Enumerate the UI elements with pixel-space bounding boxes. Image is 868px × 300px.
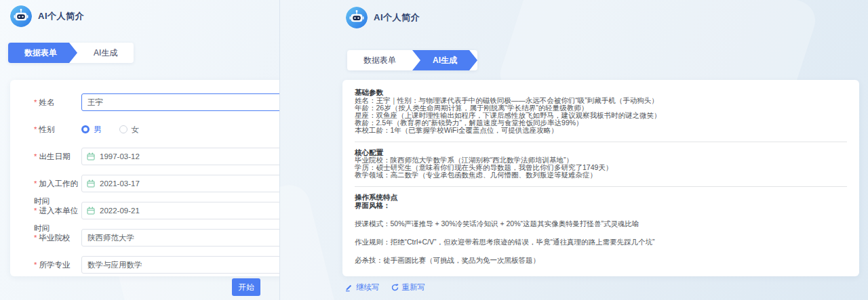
birthdate-input[interactable] — [81, 148, 280, 165]
section-divider — [355, 142, 847, 142]
step-indicator: 数据表单 AI生成 — [347, 50, 477, 70]
form-row-join-unit-date: *进入本单位时间 — [34, 202, 280, 219]
robot-avatar-icon — [346, 7, 368, 28]
required-asterisk: * — [34, 207, 37, 215]
result-line: 姓名：王宇｜性别：与物理课代表手中的磁铁同极——永远不会被你们“吸”到藏手机（手… — [355, 97, 847, 104]
form-row-major: *所学专业 — [34, 256, 280, 274]
ai-result-panel: AI个人简介 数据表单 AI生成 基础参数 姓名：王宇｜性别：与物理课代表手中的… — [324, 0, 868, 300]
tab-ai-generate[interactable]: AI生成 — [412, 50, 477, 70]
result-line: 教学领域：高二数学（专业承包函数焦虑、几何懵圈、数列叛逆等疑难杂症） — [355, 171, 847, 179]
form-row-birthdate: *出生日期 — [34, 148, 280, 165]
data-form-card: *姓名 *性别 男 女 *出生日期 — [10, 80, 280, 276]
major-label: *所学专业 — [34, 256, 81, 274]
refresh-icon — [391, 283, 399, 292]
gender-radio-group: 男 女 — [81, 121, 280, 138]
join-unit-date-label: *进入本单位时间 — [34, 202, 81, 219]
tab-data-form[interactable]: 数据表单 — [347, 50, 412, 70]
start-button[interactable]: 开始 — [232, 278, 260, 296]
birthdate-label: *出生日期 — [34, 148, 81, 165]
section-heading: 基础参数 — [355, 89, 847, 97]
tab-data-form[interactable]: 数据表单 — [8, 43, 77, 63]
radio-dot-icon — [81, 125, 90, 133]
radio-female[interactable]: 女 — [119, 121, 140, 138]
required-asterisk: * — [34, 125, 37, 133]
continue-writing-button[interactable]: 继续写 — [344, 282, 380, 293]
result-line: 授课模式：50%严谨推导 + 30%冷笑话冷知识 + 20%“这题其实像奥特曼打… — [355, 220, 847, 228]
page-title: AI个人简介 — [38, 10, 84, 22]
result-line: 星座：双鱼座（上课时理性输出如程序，下课后感性放飞如野马，建议观察我板书时的谜之… — [355, 112, 847, 119]
radio-dot-icon — [119, 125, 127, 133]
page-title: AI个人简介 — [374, 12, 420, 24]
section-core-config: 核心配置 毕业院校：陕西师范大学数学系（江湖别称“西北数学法师培训基地”） 学历… — [355, 149, 847, 179]
join-work-date-label: *加入工作的时间 — [34, 175, 81, 192]
section-os-features: 操作系统特点 界面风格： 授课模式：50%严谨推导 + 30%冷笑话冷知识 + … — [355, 194, 847, 264]
form-row-join-work-date: *加入工作的时间 — [34, 175, 280, 192]
required-asterisk: * — [34, 179, 37, 188]
robot-avatar-icon — [10, 5, 32, 27]
school-input[interactable] — [81, 229, 280, 247]
join-work-date-input[interactable] — [81, 175, 280, 192]
step-indicator: 数据表单 AI生成 — [8, 43, 134, 63]
section-basic-params: 基础参数 姓名：王宇｜性别：与物理课代表手中的磁铁同极——永远不会被你们“吸”到… — [355, 89, 847, 134]
rewrite-button[interactable]: 重新写 — [391, 282, 426, 293]
required-asterisk: * — [34, 234, 37, 242]
section-heading: 操作系统特点 — [355, 194, 847, 202]
name-label: *姓名 — [34, 93, 81, 111]
form-row-gender: *性别 男 女 — [34, 121, 280, 138]
result-line: 必杀技：徒手画圆比赛（可挑战，奖品为免一次黑板答题） — [355, 257, 847, 264]
name-input[interactable] — [81, 93, 280, 111]
calendar-icon — [87, 179, 95, 188]
gender-label: *性别 — [34, 121, 81, 138]
join-unit-date-input[interactable] — [81, 202, 280, 219]
form-row-school: *毕业院校 — [34, 229, 280, 247]
form-step-panel: AI个人简介 数据表单 AI生成 *姓名 *性别 男 — [0, 0, 280, 300]
result-actions: 继续写 重新写 — [344, 282, 425, 293]
required-asterisk: * — [34, 98, 37, 106]
app-header: AI个人简介 — [346, 7, 420, 28]
result-line: 教龄：2.5年（教育界的“新锐势力”，解题速度与食堂抢饭同步率达99%） — [355, 119, 847, 127]
form-row-name: *姓名 — [34, 93, 280, 111]
calendar-icon — [87, 152, 95, 160]
result-line: 本校工龄：1年（已掌握学校WiFi全覆盖点位，可提供选座攻略） — [355, 127, 847, 134]
pencil-icon — [344, 283, 353, 292]
result-line: 年龄：26岁（按人类生命周期计算，属于刚脱离“学长结界”的轻量级教师） — [355, 104, 847, 112]
app-header: AI个人简介 — [10, 5, 84, 27]
required-asterisk: * — [34, 152, 37, 160]
major-input[interactable] — [81, 256, 280, 274]
section-subheading: 界面风格： — [355, 202, 847, 210]
required-asterisk: * — [34, 261, 37, 269]
result-line: 作业规则：拒绝“Ctrl+C/V”，但欢迎带着思考痕迹的错误，毕竟“通往真理的路… — [355, 238, 847, 246]
school-label: *毕业院校 — [34, 229, 81, 247]
radio-male[interactable]: 男 — [81, 121, 102, 138]
tab-ai-generate[interactable]: AI生成 — [77, 43, 134, 63]
section-divider — [355, 186, 847, 187]
ai-result-card: 基础参数 姓名：王宇｜性别：与物理课代表手中的磁铁同极——永远不会被你们“吸”到… — [342, 80, 859, 276]
calendar-icon — [87, 207, 95, 215]
